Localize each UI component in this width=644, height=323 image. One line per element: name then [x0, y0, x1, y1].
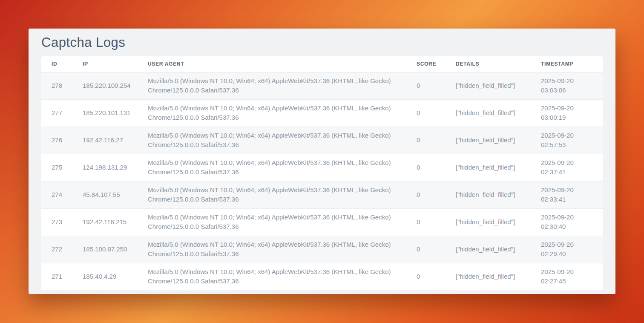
cell-id: 274 — [41, 181, 83, 208]
cell-ip: 185.100.87.250 — [83, 236, 148, 263]
column-header-ip: IP — [83, 56, 148, 72]
column-header-details: DETAILS — [456, 56, 541, 72]
cell-details: ["hidden_field_filled"] — [456, 72, 541, 99]
cell-score: 0 — [417, 236, 456, 263]
table-row: 277185.220.101.131Mozilla/5.0 (Windows N… — [41, 99, 603, 127]
cell-user_agent: Mozilla/5.0 (Windows NT 10.0; Win64; x64… — [148, 263, 417, 290]
table-row: 273192.42.116.215Mozilla/5.0 (Windows NT… — [41, 208, 603, 236]
cell-id: 276 — [41, 127, 83, 154]
cell-details: ["hidden_field_filled"] — [456, 99, 541, 127]
table-row: 276192.42.116.27Mozilla/5.0 (Windows NT … — [41, 127, 603, 154]
cell-ip: 192.42.116.27 — [83, 127, 148, 154]
cell-id: 272 — [41, 236, 83, 263]
column-header-user-agent: USER AGENT — [148, 56, 417, 72]
cell-ip: 185.220.101.131 — [83, 99, 148, 127]
column-header-timestamp: TIMESTAMP — [541, 56, 603, 72]
cell-id: 277 — [41, 99, 83, 127]
cell-score: 0 — [417, 72, 456, 99]
cell-score: 0 — [417, 99, 456, 127]
table-row: 278185.220.100.254Mozilla/5.0 (Windows N… — [41, 72, 603, 99]
table-row: 275124.198.131.29Mozilla/5.0 (Windows NT… — [41, 154, 603, 181]
table-header-row: ID IP USER AGENT SCORE DETAILS TIMESTAMP — [41, 56, 603, 72]
cell-ip: 185.220.100.254 — [83, 72, 148, 99]
cell-timestamp: 2025-09-20 02:27:45 — [541, 263, 603, 290]
cell-timestamp: 2025-09-20 02:37:41 — [541, 154, 603, 181]
cell-user_agent: Mozilla/5.0 (Windows NT 10.0; Win64; x64… — [148, 208, 417, 236]
cell-timestamp: 2025-09-20 02:29:40 — [541, 236, 603, 263]
cell-score: 0 — [417, 208, 456, 236]
cell-user_agent: Mozilla/5.0 (Windows NT 10.0; Win64; x64… — [148, 154, 417, 181]
cell-score: 0 — [417, 181, 456, 208]
cell-timestamp: 2025-09-20 02:57:53 — [541, 127, 603, 154]
table-row: 272185.100.87.250Mozilla/5.0 (Windows NT… — [41, 236, 603, 263]
cell-id: 273 — [41, 208, 83, 236]
cell-details: ["hidden_field_filled"] — [456, 154, 541, 181]
cell-score: 0 — [417, 154, 456, 181]
cell-user_agent: Mozilla/5.0 (Windows NT 10.0; Win64; x64… — [148, 127, 417, 154]
cell-ip: 124.198.131.29 — [83, 154, 148, 181]
cell-timestamp: 2025-09-20 03:03:06 — [541, 72, 603, 99]
cell-details: ["hidden_field_filled"] — [456, 181, 541, 208]
cell-details: ["hidden_field_filled"] — [456, 208, 541, 236]
cell-user_agent: Mozilla/5.0 (Windows NT 10.0; Win64; x64… — [148, 99, 417, 127]
cell-ip: 192.42.116.215 — [83, 208, 148, 236]
cell-score: 0 — [417, 127, 456, 154]
table-row: 271185.40.4.29Mozilla/5.0 (Windows NT 10… — [41, 263, 603, 290]
column-header-id: ID — [41, 56, 83, 72]
cell-user_agent: Mozilla/5.0 (Windows NT 10.0; Win64; x64… — [148, 181, 417, 208]
cell-id: 275 — [41, 154, 83, 181]
cell-score: 0 — [417, 263, 456, 290]
logs-table-container: ID IP USER AGENT SCORE DETAILS TIMESTAMP… — [41, 56, 603, 290]
logs-table: ID IP USER AGENT SCORE DETAILS TIMESTAMP… — [41, 56, 603, 290]
cell-user_agent: Mozilla/5.0 (Windows NT 10.0; Win64; x64… — [148, 72, 417, 99]
cell-timestamp: 2025-09-20 02:33:41 — [541, 181, 603, 208]
cell-details: ["hidden_field_filled"] — [456, 127, 541, 154]
table-row: 27445.84.107.55Mozilla/5.0 (Windows NT 1… — [41, 181, 603, 208]
cell-ip: 185.40.4.29 — [83, 263, 148, 290]
cell-user_agent: Mozilla/5.0 (Windows NT 10.0; Win64; x64… — [148, 236, 417, 263]
cell-details: ["hidden_field_filled"] — [456, 236, 541, 263]
cell-id: 278 — [41, 72, 83, 99]
page-background: { "page": { "title": "Captcha Logs" }, "… — [0, 0, 644, 323]
table-body: 278185.220.100.254Mozilla/5.0 (Windows N… — [41, 72, 603, 290]
cell-timestamp: 2025-09-20 03:00:19 — [541, 99, 603, 127]
cell-ip: 45.84.107.55 — [83, 181, 148, 208]
column-header-score: SCORE — [417, 56, 456, 72]
cell-id: 271 — [41, 263, 83, 290]
cell-details: ["hidden_field_filled"] — [456, 263, 541, 290]
captcha-logs-card: Captcha Logs ID IP USER AGENT SCORE DETA… — [29, 29, 615, 294]
page-title: Captcha Logs — [29, 29, 615, 56]
cell-timestamp: 2025-09-20 02:30:40 — [541, 208, 603, 236]
